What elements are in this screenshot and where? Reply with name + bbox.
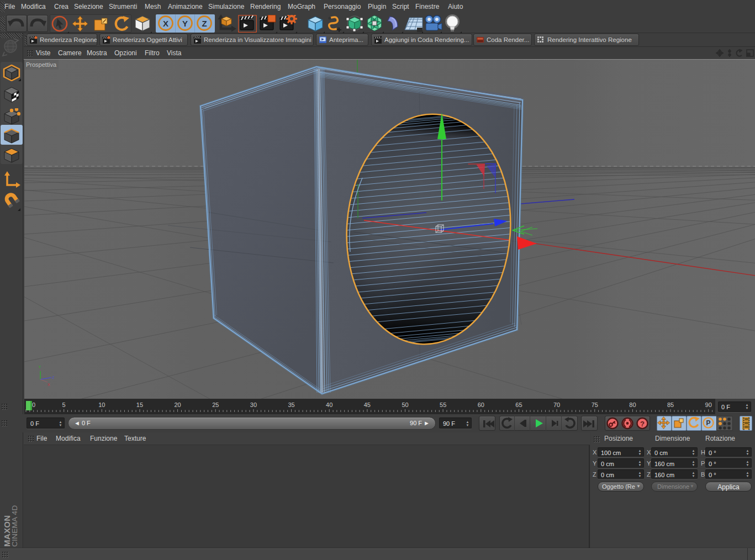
svg-text:75: 75	[592, 401, 598, 408]
svg-text:Z: Z	[52, 376, 55, 379]
svg-text:70: 70	[553, 401, 560, 408]
svg-text:Z: Z	[202, 19, 207, 28]
svg-text:?: ?	[640, 420, 645, 428]
svg-text:0: 0	[32, 401, 35, 408]
svg-text:55: 55	[440, 401, 446, 408]
svg-text:5: 5	[62, 401, 66, 408]
svg-text:X: X	[47, 383, 50, 387]
svg-text:P: P	[706, 419, 710, 427]
svg-text:Prospettiva: Prospettiva	[26, 61, 57, 68]
svg-text:35: 35	[288, 401, 294, 408]
svg-text:65: 65	[515, 401, 522, 408]
svg-text:20: 20	[174, 401, 181, 408]
svg-text:45: 45	[364, 401, 371, 408]
svg-text:Y: Y	[182, 19, 188, 28]
svg-text:15: 15	[136, 401, 143, 408]
svg-text:50: 50	[402, 401, 408, 408]
svg-text:40: 40	[326, 401, 332, 408]
svg-text:30: 30	[250, 401, 257, 408]
svg-text:10: 10	[98, 401, 105, 408]
svg-text:90: 90	[705, 401, 712, 408]
svg-text:85: 85	[667, 401, 674, 408]
svg-text:25: 25	[212, 401, 219, 408]
svg-text:X: X	[163, 19, 168, 28]
svg-text:60: 60	[478, 401, 484, 408]
svg-text:80: 80	[629, 401, 636, 408]
svg-text:Y: Y	[39, 365, 41, 369]
